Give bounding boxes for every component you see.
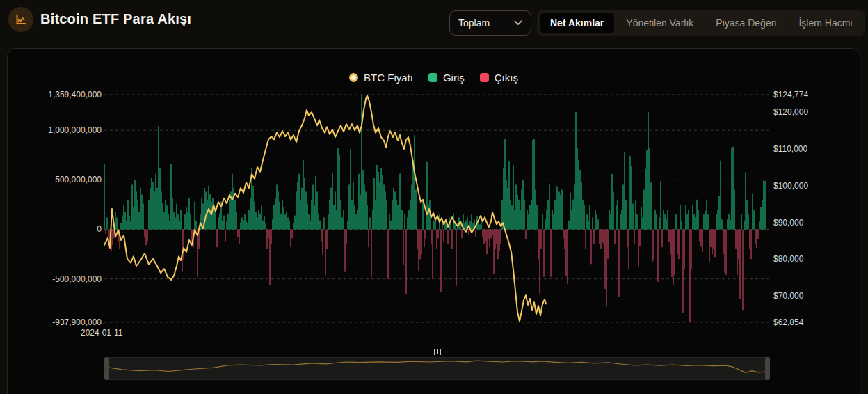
left-axis-tick-label: 0 [0, 224, 102, 234]
legend-item-btc-price[interactable]: BTC Fiyatı [349, 72, 413, 84]
right-axis-tick-label: $124,774 [773, 90, 857, 100]
left-axis-tick-label: 500,000,000 [0, 175, 102, 184]
tab-yonetilen-varlik[interactable]: Yönetilen Varlık [616, 13, 704, 33]
header-bar: Bitcoin ETF Para Akışı Toplam Net Akımla… [0, 0, 868, 39]
outflow-legend-marker-icon [480, 73, 489, 82]
left-axis-tick-label: 1,359,400,000 [0, 90, 102, 100]
left-axis-tick-label: 1,000,000,000 [0, 125, 102, 135]
navigator-grip-icon[interactable] [434, 349, 441, 355]
range-navigator[interactable] [104, 357, 770, 380]
right-axis-tick-label: $100,000 [773, 181, 857, 191]
right-axis-tick-label: $110,000 [773, 144, 857, 154]
left-axis-tick-label: -937,900,000 [0, 317, 102, 327]
legend-item-outflow[interactable]: Çıkış [480, 72, 518, 84]
right-axis-tick-label: $80,000 [773, 254, 857, 264]
app-root: Bitcoin ETF Para Akışı Toplam Net Akımla… [0, 0, 868, 394]
tab-net-akimlar[interactable]: Net Akımlar [540, 13, 614, 33]
tab-piyasa-degeri[interactable]: Piyasa Değeri [705, 13, 787, 33]
chart-panel [7, 48, 860, 394]
left-axis-tick-label: -500,000,000 [0, 274, 102, 284]
metric-tab-group: Net Akımlar Yönetilen Varlık Piyasa Değe… [537, 10, 865, 36]
right-axis-tick-label: $120,000 [773, 107, 857, 117]
right-axis-tick-label: $62,854 [773, 317, 857, 327]
scope-dropdown[interactable]: Toplam [449, 10, 531, 36]
line-chart-icon [14, 13, 28, 26]
navigator-right-handle[interactable] [765, 357, 770, 380]
navigator-left-handle[interactable] [104, 357, 109, 380]
inflow-legend-marker-icon [428, 73, 437, 82]
tab-islem-hacmi[interactable]: İşlem Hacmi [788, 13, 862, 33]
legend-item-inflow[interactable]: Giriş [428, 72, 465, 84]
page-title: Bitcoin ETF Para Akışı [40, 11, 191, 27]
x-axis-first-label: 2024-01-11 [81, 328, 123, 338]
right-axis-tick-label: $90,000 [773, 218, 857, 228]
app-icon-badge [8, 7, 33, 32]
chart-legend: BTC Fiyatı Giriş Çıkış [7, 72, 860, 84]
btc-price-legend-marker-icon [349, 73, 358, 82]
right-axis-tick-label: $70,000 [773, 291, 857, 301]
chevron-down-icon [514, 20, 522, 26]
scope-dropdown-value: Toplam [458, 17, 490, 29]
